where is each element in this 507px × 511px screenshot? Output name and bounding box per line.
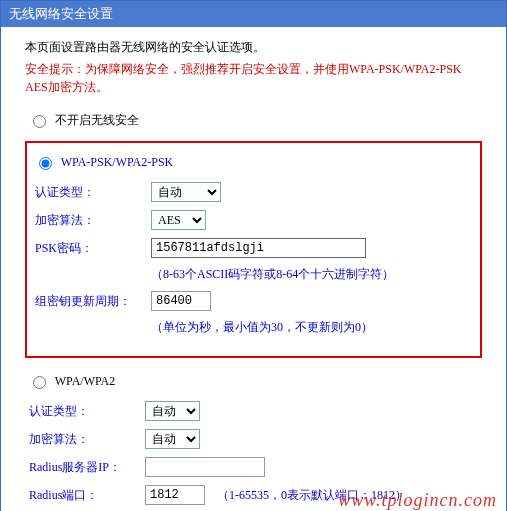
- wpa-psk-group-hint: （单位为秒，最小值为30，不更新则为0）: [151, 319, 476, 336]
- wpa-option: WPA/WPA2: [33, 374, 482, 389]
- panel-content: 本页面设置路由器无线网络的安全认证选项。 安全提示：为保障网络安全，强烈推荐开启…: [1, 27, 506, 511]
- wpa-psk-key-hint: （8-63个ASCII码字符或8-64个十六进制字符）: [151, 266, 476, 283]
- no-security-label: 不开启无线安全: [55, 113, 139, 127]
- wpa-radius-port-input[interactable]: [145, 485, 205, 505]
- wpa-psk-group-row: 组密钥更新周期：: [31, 291, 476, 311]
- wpa-enc-label: 加密算法：: [25, 431, 145, 448]
- wpa-psk-group-input[interactable]: [151, 291, 211, 311]
- settings-panel: 无线网络安全设置 本页面设置路由器无线网络的安全认证选项。 安全提示：为保障网络…: [0, 0, 507, 511]
- wpa-auth-row: 认证类型： 自动: [25, 401, 482, 421]
- wpa-radius-port-label: Radius端口：: [25, 487, 145, 504]
- no-security-radio[interactable]: [33, 115, 46, 128]
- no-security-option: 不开启无线安全: [33, 112, 482, 129]
- wpa-psk-radio[interactable]: [39, 157, 52, 170]
- wpa-psk-auth-row: 认证类型： 自动: [31, 182, 476, 202]
- wpa-radius-ip-label: Radius服务器IP：: [25, 459, 145, 476]
- wpa-psk-option: WPA-PSK/WPA2-PSK: [39, 155, 476, 170]
- wpa-psk-key-row: PSK密码：: [31, 238, 476, 258]
- wpa-psk-group-label: 组密钥更新周期：: [31, 293, 151, 310]
- wpa-radius-ip-row: Radius服务器IP：: [25, 457, 482, 477]
- panel-header: 无线网络安全设置: [1, 1, 506, 27]
- wpa-psk-key-label: PSK密码：: [31, 240, 151, 257]
- wpa-psk-enc-row: 加密算法： AES: [31, 210, 476, 230]
- wpa-psk-key-input[interactable]: [151, 238, 366, 258]
- wpa-label: WPA/WPA2: [55, 374, 115, 388]
- wpa-enc-select[interactable]: 自动: [145, 429, 200, 449]
- wpa-psk-auth-select[interactable]: 自动: [151, 182, 221, 202]
- watermark-text: www.tplogincn.com: [338, 490, 497, 511]
- security-warning: 安全提示：为保障网络安全，强烈推荐开启安全设置，并使用WPA-PSK/WPA2-…: [25, 60, 482, 96]
- wpa-auth-select[interactable]: 自动: [145, 401, 200, 421]
- wpa-psk-section: WPA-PSK/WPA2-PSK 认证类型： 自动 加密算法： AES PSK密…: [25, 141, 482, 358]
- wpa-enc-row: 加密算法： 自动: [25, 429, 482, 449]
- wpa-psk-enc-label: 加密算法：: [31, 212, 151, 229]
- wpa-auth-label: 认证类型：: [25, 403, 145, 420]
- wpa-radio[interactable]: [33, 376, 46, 389]
- wpa-radius-ip-input[interactable]: [145, 457, 265, 477]
- intro-text: 本页面设置路由器无线网络的安全认证选项。: [25, 39, 482, 56]
- wpa-psk-label: WPA-PSK/WPA2-PSK: [61, 155, 173, 169]
- wpa-psk-enc-select[interactable]: AES: [151, 210, 206, 230]
- panel-title: 无线网络安全设置: [9, 6, 113, 21]
- wpa-psk-auth-label: 认证类型：: [31, 184, 151, 201]
